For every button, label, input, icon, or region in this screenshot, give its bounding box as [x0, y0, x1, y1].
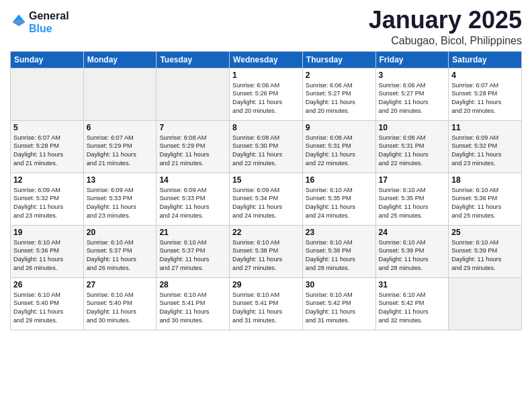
logo-blue: Blue — [29, 22, 69, 35]
day-info: Sunrise: 6:08 AM Sunset: 5:31 PM Dayligh… — [379, 134, 446, 169]
day-number: 21 — [159, 228, 226, 237]
day-number: 13 — [87, 175, 154, 185]
day-number: 25 — [451, 228, 519, 237]
calendar-cell: 25Sunrise: 6:10 AM Sunset: 5:39 PM Dayli… — [449, 225, 522, 277]
day-info: Sunrise: 6:10 AM Sunset: 5:35 PM Dayligh… — [379, 186, 446, 221]
calendar-cell — [157, 68, 230, 120]
day-number: 2 — [306, 71, 373, 80]
calendar-cell: 22Sunrise: 6:10 AM Sunset: 5:38 PM Dayli… — [230, 225, 303, 277]
week-row-0: 1Sunrise: 6:06 AM Sunset: 5:26 PM Daylig… — [11, 68, 522, 120]
day-number: 16 — [306, 175, 373, 185]
day-number: 11 — [451, 123, 519, 132]
day-info: Sunrise: 6:08 AM Sunset: 5:29 PM Dayligh… — [159, 134, 226, 169]
week-row-4: 26Sunrise: 6:10 AM Sunset: 5:40 PM Dayli… — [11, 277, 522, 330]
day-info: Sunrise: 6:06 AM Sunset: 5:27 PM Dayligh… — [306, 81, 373, 116]
day-info: Sunrise: 6:10 AM Sunset: 5:42 PM Dayligh… — [379, 291, 446, 326]
day-number: 10 — [379, 123, 446, 132]
calendar-cell — [83, 68, 157, 120]
day-info: Sunrise: 6:10 AM Sunset: 5:41 PM Dayligh… — [159, 291, 226, 326]
calendar-cell — [449, 277, 522, 330]
day-info: Sunrise: 6:10 AM Sunset: 5:36 PM Dayligh… — [13, 238, 81, 273]
calendar-cell: 21Sunrise: 6:10 AM Sunset: 5:37 PM Dayli… — [157, 225, 230, 277]
day-number: 1 — [232, 71, 300, 80]
calendar-cell: 28Sunrise: 6:10 AM Sunset: 5:41 PM Dayli… — [157, 277, 230, 330]
logo-general: General — [29, 9, 69, 22]
day-info: Sunrise: 6:06 AM Sunset: 5:27 PM Dayligh… — [379, 81, 446, 116]
day-number: 22 — [232, 228, 300, 237]
day-number: 17 — [379, 175, 446, 185]
calendar-cell: 31Sunrise: 6:10 AM Sunset: 5:42 PM Dayli… — [375, 277, 449, 330]
day-info: Sunrise: 6:10 AM Sunset: 5:39 PM Dayligh… — [451, 238, 519, 273]
calendar-cell: 14Sunrise: 6:09 AM Sunset: 5:33 PM Dayli… — [157, 173, 230, 225]
day-info: Sunrise: 6:09 AM Sunset: 5:32 PM Dayligh… — [13, 186, 81, 221]
day-info: Sunrise: 6:10 AM Sunset: 5:35 PM Dayligh… — [306, 186, 373, 221]
day-number: 15 — [232, 175, 300, 185]
day-number: 8 — [232, 123, 300, 132]
day-info: Sunrise: 6:09 AM Sunset: 5:33 PM Dayligh… — [87, 186, 154, 221]
day-info: Sunrise: 6:07 AM Sunset: 5:28 PM Dayligh… — [451, 81, 519, 116]
day-number: 5 — [13, 123, 81, 132]
location-title: Cabugao, Bicol, Philippines — [369, 35, 522, 47]
calendar-cell: 12Sunrise: 6:09 AM Sunset: 5:32 PM Dayli… — [11, 173, 84, 225]
calendar-cell: 19Sunrise: 6:10 AM Sunset: 5:36 PM Dayli… — [11, 225, 84, 277]
calendar-cell: 27Sunrise: 6:10 AM Sunset: 5:40 PM Dayli… — [83, 277, 157, 330]
calendar-cell: 20Sunrise: 6:10 AM Sunset: 5:37 PM Dayli… — [83, 225, 157, 277]
month-title: January 2025 — [369, 7, 522, 34]
weekday-header-friday: Friday — [375, 51, 449, 68]
day-number: 26 — [13, 280, 81, 289]
calendar-cell: 1Sunrise: 6:06 AM Sunset: 5:26 PM Daylig… — [230, 68, 303, 120]
day-number: 12 — [13, 175, 81, 185]
day-info: Sunrise: 6:09 AM Sunset: 5:32 PM Dayligh… — [451, 134, 519, 169]
calendar-cell: 26Sunrise: 6:10 AM Sunset: 5:40 PM Dayli… — [11, 277, 84, 330]
day-info: Sunrise: 6:09 AM Sunset: 5:34 PM Dayligh… — [232, 186, 300, 221]
day-number: 14 — [159, 175, 226, 185]
week-row-3: 19Sunrise: 6:10 AM Sunset: 5:36 PM Dayli… — [11, 225, 522, 277]
calendar-cell: 29Sunrise: 6:10 AM Sunset: 5:41 PM Dayli… — [230, 277, 303, 330]
weekday-header-row: SundayMondayTuesdayWednesdayThursdayFrid… — [11, 51, 522, 68]
day-info: Sunrise: 6:06 AM Sunset: 5:26 PM Dayligh… — [232, 81, 300, 116]
calendar-cell: 5Sunrise: 6:07 AM Sunset: 5:28 PM Daylig… — [11, 120, 84, 173]
weekday-header-tuesday: Tuesday — [157, 51, 230, 68]
day-info: Sunrise: 6:09 AM Sunset: 5:33 PM Dayligh… — [159, 186, 226, 221]
logo: General Blue — [10, 9, 69, 35]
calendar-cell: 3Sunrise: 6:06 AM Sunset: 5:27 PM Daylig… — [375, 68, 449, 120]
calendar-cell: 6Sunrise: 6:07 AM Sunset: 5:29 PM Daylig… — [83, 120, 157, 173]
day-info: Sunrise: 6:07 AM Sunset: 5:28 PM Dayligh… — [13, 134, 81, 169]
day-info: Sunrise: 6:08 AM Sunset: 5:31 PM Dayligh… — [306, 134, 373, 169]
day-number: 3 — [379, 71, 446, 80]
calendar-cell: 7Sunrise: 6:08 AM Sunset: 5:29 PM Daylig… — [157, 120, 230, 173]
week-row-2: 12Sunrise: 6:09 AM Sunset: 5:32 PM Dayli… — [11, 173, 522, 225]
calendar-cell: 2Sunrise: 6:06 AM Sunset: 5:27 PM Daylig… — [302, 68, 375, 120]
calendar-cell: 24Sunrise: 6:10 AM Sunset: 5:39 PM Dayli… — [375, 225, 449, 277]
weekday-header-wednesday: Wednesday — [230, 51, 303, 68]
weekday-header-sunday: Sunday — [11, 51, 84, 68]
day-info: Sunrise: 6:10 AM Sunset: 5:37 PM Dayligh… — [159, 238, 226, 273]
calendar-cell: 16Sunrise: 6:10 AM Sunset: 5:35 PM Dayli… — [302, 173, 375, 225]
day-number: 4 — [451, 71, 519, 80]
day-info: Sunrise: 6:10 AM Sunset: 5:40 PM Dayligh… — [13, 291, 81, 326]
day-number: 9 — [306, 123, 373, 132]
logo-icon — [11, 13, 26, 28]
logo-block — [10, 13, 26, 31]
day-info: Sunrise: 6:10 AM Sunset: 5:42 PM Dayligh… — [306, 291, 373, 326]
day-number: 7 — [159, 123, 226, 132]
calendar-cell: 23Sunrise: 6:10 AM Sunset: 5:38 PM Dayli… — [302, 225, 375, 277]
header: General Blue January 2025 Cabugao, Bicol… — [10, 7, 522, 47]
calendar-cell: 4Sunrise: 6:07 AM Sunset: 5:28 PM Daylig… — [449, 68, 522, 120]
calendar-cell — [11, 68, 84, 120]
calendar-cell: 17Sunrise: 6:10 AM Sunset: 5:35 PM Dayli… — [375, 173, 449, 225]
day-info: Sunrise: 6:08 AM Sunset: 5:30 PM Dayligh… — [232, 134, 300, 169]
day-info: Sunrise: 6:10 AM Sunset: 5:37 PM Dayligh… — [87, 238, 154, 273]
day-number: 27 — [87, 280, 154, 289]
day-info: Sunrise: 6:10 AM Sunset: 5:41 PM Dayligh… — [232, 291, 300, 326]
day-number: 30 — [306, 280, 373, 289]
day-info: Sunrise: 6:10 AM Sunset: 5:36 PM Dayligh… — [451, 186, 519, 221]
title-block: January 2025 Cabugao, Bicol, Philippines — [369, 7, 522, 47]
calendar-cell: 11Sunrise: 6:09 AM Sunset: 5:32 PM Dayli… — [449, 120, 522, 173]
week-row-1: 5Sunrise: 6:07 AM Sunset: 5:28 PM Daylig… — [11, 120, 522, 173]
calendar-cell: 10Sunrise: 6:08 AM Sunset: 5:31 PM Dayli… — [375, 120, 449, 173]
day-number: 20 — [87, 228, 154, 237]
calendar-cell: 13Sunrise: 6:09 AM Sunset: 5:33 PM Dayli… — [83, 173, 157, 225]
calendar-table: SundayMondayTuesdayWednesdayThursdayFrid… — [10, 51, 522, 330]
day-info: Sunrise: 6:10 AM Sunset: 5:40 PM Dayligh… — [87, 291, 154, 326]
